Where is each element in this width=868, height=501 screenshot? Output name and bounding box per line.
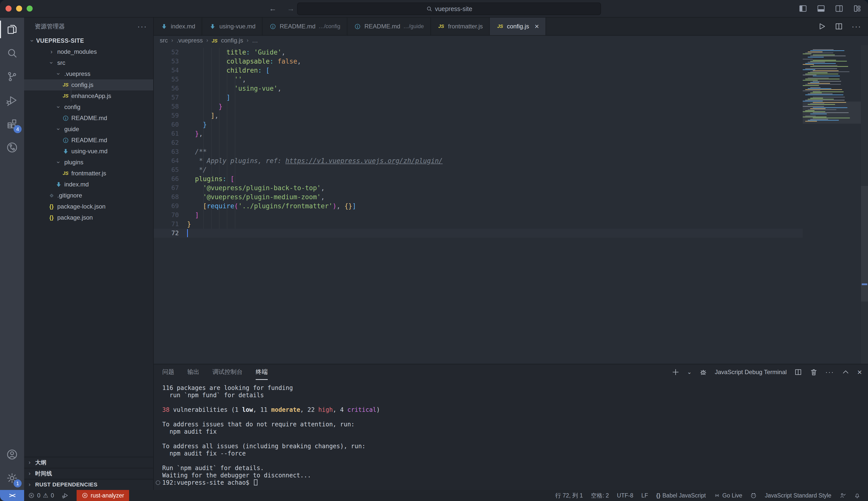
tab-index-md[interactable]: index.md (154, 18, 202, 35)
code-editor[interactable]: 52 title: 'Guide',53 collapsable: false,… (154, 45, 868, 364)
nav-back-icon[interactable]: ← (269, 4, 276, 13)
toggle-panel-icon[interactable] (817, 4, 825, 13)
code-line-61[interactable]: 61 }, (154, 129, 803, 138)
notifications-bell-icon[interactable] (850, 490, 865, 501)
code-line-67[interactable]: 67 '@vuepress/plugin-back-to-top', (154, 183, 803, 192)
editor-scrollbar[interactable] (861, 45, 868, 364)
breadcrumb-item[interactable]: src (160, 37, 168, 44)
editor-more-actions-icon[interactable]: ··· (852, 22, 861, 31)
code-line-58[interactable]: 58 } (154, 102, 803, 111)
command-center-search[interactable]: vuepress-site (297, 2, 601, 15)
tree-item-src[interactable]: ›src (24, 57, 153, 68)
accounts-icon[interactable] (0, 443, 24, 466)
code-line-71[interactable]: 71} (154, 220, 803, 228)
tree-item-config[interactable]: ›config (24, 102, 153, 113)
close-panel-icon[interactable]: × (857, 367, 862, 377)
tab-using-vue-md[interactable]: using-vue.md (202, 18, 262, 35)
cursor-position[interactable]: 行 72, 列 1 (551, 490, 587, 501)
sidebar-section-大纲[interactable]: ›大纲 (24, 457, 153, 468)
tree-item-plugins[interactable]: ›plugins (24, 157, 153, 168)
settings-gear-icon[interactable]: 1 (0, 466, 24, 490)
remote-explorer-icon[interactable] (0, 136, 24, 159)
code-line-70[interactable]: 70 ] (154, 211, 803, 220)
explorer-more-actions-icon[interactable]: ··· (137, 22, 147, 31)
panel-tab-输出[interactable]: 输出 (187, 364, 199, 380)
tree-item-readme-md[interactable]: README.md (24, 113, 153, 124)
code-line-68[interactable]: 68 '@vuepress/plugin-medium-zoom', (154, 192, 803, 202)
code-line-64[interactable]: 64 * Apply plugins, ref: https://v1.vuep… (154, 156, 803, 165)
tree-item-readme-md[interactable]: README.md (24, 135, 153, 146)
breadcrumb-item[interactable]: .vuepress (176, 37, 203, 44)
terminal-profile-label[interactable]: JavaScript Debug Terminal (715, 369, 786, 376)
debug-status-icon[interactable] (58, 490, 73, 501)
problems-indicator[interactable]: 0 ⚠0 (24, 490, 58, 501)
panel-tab-问题[interactable]: 问题 (162, 364, 174, 380)
breadcrumb-item[interactable]: … (252, 37, 258, 44)
code-line-69[interactable]: 69 [require('../plugins/frontmatter'), {… (154, 202, 803, 211)
minimap[interactable] (803, 48, 861, 124)
tab-close-icon[interactable]: × (534, 22, 539, 31)
tree-item-frontmatter-js[interactable]: JSfrontmatter.js (24, 168, 153, 179)
panel-tab-终端[interactable]: 终端 (256, 364, 268, 380)
tree-item-guide[interactable]: ›guide (24, 124, 153, 135)
tree-item-using-vue-md[interactable]: using-vue.md (24, 146, 153, 157)
explorer-icon[interactable] (0, 18, 24, 41)
toggle-sidebar-icon[interactable] (799, 4, 807, 13)
go-live-button[interactable]: Go Live (710, 490, 746, 501)
breadcrumb-item[interactable]: config.js (221, 37, 243, 44)
code-line-54[interactable]: 54 children: [ (154, 66, 803, 75)
search-view-icon[interactable] (0, 41, 24, 65)
rust-analyzer-status[interactable]: rust-analyzer (77, 490, 129, 501)
nav-forward-icon[interactable]: → (287, 4, 295, 13)
code-line-59[interactable]: 59 ], (154, 111, 803, 120)
panel-tab-调试控制台[interactable]: 调试控制台 (213, 364, 242, 380)
code-line-60[interactable]: 60 } (154, 120, 803, 129)
code-line-62[interactable]: 62 (154, 138, 803, 147)
run-debug-icon[interactable] (0, 88, 24, 112)
minimize-window-button[interactable] (16, 6, 22, 12)
tab-frontmatter-js[interactable]: JSfrontmatter.js (431, 18, 490, 35)
indentation[interactable]: 空格: 2 (587, 490, 613, 501)
tree-item-node-modules[interactable]: ›node_modules (24, 46, 153, 57)
sidebar-section-时间线[interactable]: ›时间线 (24, 468, 153, 479)
run-file-icon[interactable] (817, 22, 826, 31)
tab-config-js[interactable]: JSconfig.js× (490, 18, 546, 35)
split-terminal-icon[interactable] (794, 368, 802, 376)
code-line-56[interactable]: 56 'using-vue', (154, 84, 803, 93)
toggle-secondary-sidebar-icon[interactable] (835, 4, 843, 13)
code-line-53[interactable]: 53 collapsable: false, (154, 57, 803, 66)
language-mode[interactable]: {}Babel JavaScript (652, 490, 710, 501)
tree-item-index-md[interactable]: index.md (24, 179, 153, 190)
eol-selector[interactable]: LF (638, 490, 652, 501)
customize-layout-icon[interactable] (853, 4, 861, 13)
split-editor-icon[interactable] (835, 22, 843, 31)
tree-item-enhanceapp-js[interactable]: JSenhanceApp.js (24, 90, 153, 102)
kill-terminal-icon[interactable] (810, 368, 818, 376)
tree-item-package-lock-json[interactable]: {}package-lock.json (24, 201, 153, 212)
zoom-window-button[interactable] (26, 6, 33, 12)
terminal-profile-dropdown-icon[interactable]: ⌄ (687, 369, 692, 375)
terminal-output[interactable]: 116 packages are looking for funding run… (154, 380, 868, 490)
remote-indicator[interactable]: >< (0, 490, 24, 501)
tree-item--vuepress[interactable]: ›.vuepress (24, 68, 153, 79)
panel-more-actions-icon[interactable]: ··· (825, 368, 834, 376)
tree-item-config-js[interactable]: JSconfig.js (24, 79, 153, 90)
tree-item--gitignore[interactable]: .gitignore (24, 190, 153, 201)
close-window-button[interactable] (6, 6, 12, 12)
source-control-icon[interactable] (0, 65, 24, 88)
github-status-icon[interactable] (746, 490, 761, 501)
linter-status[interactable]: JavaScript Standard Style (761, 490, 835, 501)
maximize-panel-icon[interactable] (842, 368, 850, 376)
code-line-66[interactable]: 66 plugins: [ (154, 174, 803, 183)
tab-readme-md[interactable]: README.md…/guide (347, 18, 431, 35)
encoding[interactable]: UTF-8 (613, 490, 637, 501)
code-line-52[interactable]: 52 title: 'Guide', (154, 48, 803, 57)
code-line-57[interactable]: 57 ] (154, 93, 803, 102)
feedback-icon[interactable] (835, 490, 850, 501)
tree-item-package-json[interactable]: {}package.json (24, 212, 153, 223)
workspace-section-header[interactable]: › VUEPRESS-SITE (24, 35, 153, 46)
tab-readme-md[interactable]: README.md…/config (262, 18, 347, 35)
code-line-63[interactable]: 63 /** (154, 147, 803, 156)
code-line-65[interactable]: 65 */ (154, 165, 803, 174)
new-terminal-icon[interactable] (672, 368, 680, 376)
